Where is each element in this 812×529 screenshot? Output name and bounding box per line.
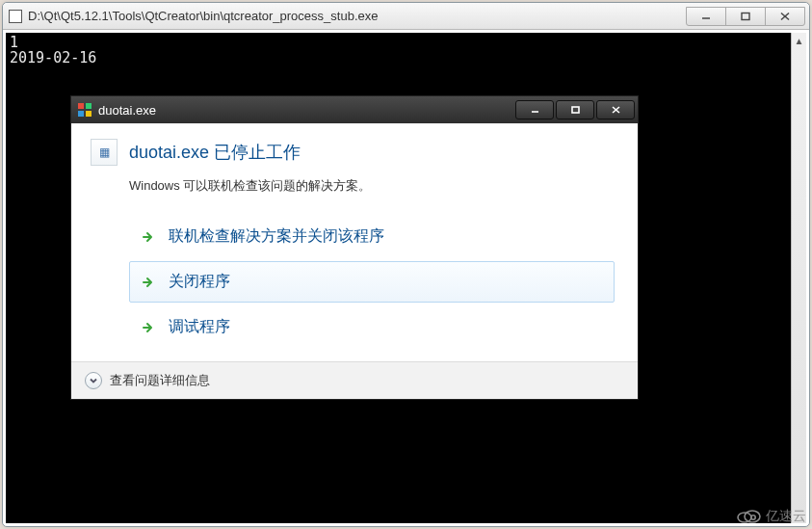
arrow-icon [140,228,157,246]
dialog-maximize-button[interactable] [556,100,594,119]
svg-rect-6 [78,111,84,117]
option-label: 联机检查解决方案并关闭该程序 [169,226,384,247]
console-titlebar[interactable]: D:\Qt\Qt5.12.1\Tools\QtCreator\bin\qtcre… [3,3,809,30]
svg-rect-9 [572,107,579,113]
dialog-app-icon [77,102,92,118]
scroll-up-icon[interactable]: ▴ [792,33,806,48]
option-label: 关闭程序 [169,272,230,292]
svg-rect-5 [86,103,92,109]
dialog-minimize-button[interactable] [515,100,554,119]
watermark-text: 亿速云 [766,508,806,525]
watermark: 亿速云 [735,508,806,525]
dialog-close-button[interactable] [596,100,635,119]
option-close-program[interactable]: 关闭程序 [129,261,615,303]
details-toggle[interactable]: 查看问题详细信息 [110,372,210,389]
window-controls [687,7,805,26]
document-icon: ▦ [91,139,118,166]
option-debug-program[interactable]: 调试程序 [129,306,615,348]
option-check-online[interactable]: 联机检查解决方案并关闭该程序 [129,216,615,257]
dialog-window-controls [513,100,635,119]
console-app-icon [9,10,22,23]
chevron-down-icon[interactable] [85,372,102,389]
svg-rect-4 [78,103,84,109]
console-line: 1 [10,35,802,50]
arrow-icon [140,319,157,336]
scrollbar[interactable]: ▴ [791,33,806,523]
error-dialog: duotai.exe ▦ duotai.exe 已停止工作 Windows 可以… [70,95,639,400]
svg-point-14 [751,516,755,519]
heading-row: ▦ duotai.exe 已停止工作 [91,139,618,166]
dialog-body: ▦ duotai.exe 已停止工作 Windows 可以联机检查该问题的解决方… [71,123,638,361]
dialog-title: duotai.exe [98,103,513,118]
dialog-footer: 查看问题详细信息 [71,361,638,399]
option-label: 调试程序 [169,317,230,337]
arrow-icon [140,274,157,291]
console-line: 2019-02-16 [10,50,802,66]
close-button[interactable] [765,7,805,26]
svg-rect-7 [86,111,92,117]
minimize-button[interactable] [686,7,726,26]
option-list: 联机检查解决方案并关闭该程序 关闭程序 调试程序 [129,216,615,348]
dialog-subtitle: Windows 可以联机检查该问题的解决方案。 [129,177,618,195]
maximize-button[interactable] [725,7,766,26]
svg-rect-1 [742,13,749,19]
dialog-titlebar[interactable]: duotai.exe [71,96,638,123]
console-title: D:\Qt\Qt5.12.1\Tools\QtCreator\bin\qtcre… [28,9,687,23]
dialog-heading: duotai.exe 已停止工作 [129,141,301,164]
